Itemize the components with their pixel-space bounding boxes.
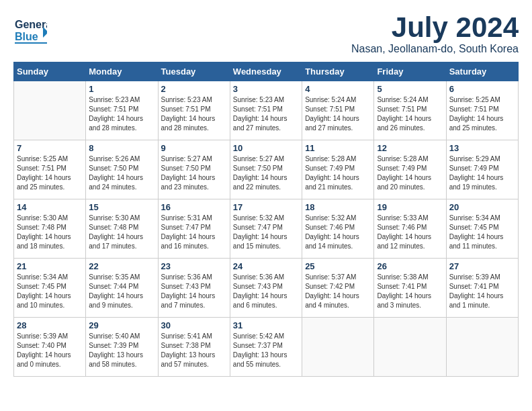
day-number: 30 xyxy=(161,320,227,330)
calendar-cell: 14Sunrise: 5:30 AMSunset: 7:48 PMDayligh… xyxy=(14,199,86,259)
day-info: Sunrise: 5:23 AMSunset: 7:51 PMDaylight:… xyxy=(233,95,299,133)
calendar-cell xyxy=(14,81,86,140)
day-info: Sunrise: 5:40 AMSunset: 7:39 PMDaylight:… xyxy=(89,332,154,369)
day-info: Sunrise: 5:25 AMSunset: 7:51 PMDaylight:… xyxy=(449,95,515,133)
calendar-cell: 26Sunrise: 5:38 AMSunset: 7:41 PMDayligh… xyxy=(374,259,446,318)
calendar-week-row: 28Sunrise: 5:39 AMSunset: 7:40 PMDayligh… xyxy=(14,318,519,377)
day-number: 21 xyxy=(17,261,83,271)
day-info: Sunrise: 5:29 AMSunset: 7:49 PMDaylight:… xyxy=(449,154,515,192)
calendar-day-header: Tuesday xyxy=(158,62,230,81)
day-info: Sunrise: 5:32 AMSunset: 7:46 PMDaylight:… xyxy=(305,214,371,251)
calendar-cell: 11Sunrise: 5:28 AMSunset: 7:49 PMDayligh… xyxy=(302,140,374,199)
calendar-cell: 21Sunrise: 5:34 AMSunset: 7:45 PMDayligh… xyxy=(14,259,86,318)
day-info: Sunrise: 5:25 AMSunset: 7:51 PMDaylight:… xyxy=(17,154,83,192)
day-info: Sunrise: 5:39 AMSunset: 7:40 PMDaylight:… xyxy=(17,332,83,369)
day-number: 3 xyxy=(233,84,299,94)
calendar-header-row: SundayMondayTuesdayWednesdayThursdayFrid… xyxy=(14,62,519,81)
calendar-day-header: Thursday xyxy=(302,62,374,81)
calendar-table: SundayMondayTuesdayWednesdayThursdayFrid… xyxy=(13,62,519,377)
day-info: Sunrise: 5:37 AMSunset: 7:42 PMDaylight:… xyxy=(305,273,371,310)
calendar-cell: 8Sunrise: 5:26 AMSunset: 7:50 PMDaylight… xyxy=(86,140,158,199)
calendar-cell: 24Sunrise: 5:36 AMSunset: 7:43 PMDayligh… xyxy=(230,259,302,318)
day-number: 11 xyxy=(305,143,371,153)
day-number: 27 xyxy=(449,261,515,271)
day-number: 13 xyxy=(449,143,515,153)
day-info: Sunrise: 5:38 AMSunset: 7:41 PMDaylight:… xyxy=(377,273,443,310)
day-info: Sunrise: 5:28 AMSunset: 7:49 PMDaylight:… xyxy=(377,154,443,192)
day-info: Sunrise: 5:36 AMSunset: 7:43 PMDaylight:… xyxy=(233,273,299,310)
calendar-cell xyxy=(446,318,518,377)
day-info: Sunrise: 5:24 AMSunset: 7:51 PMDaylight:… xyxy=(305,95,371,133)
calendar-cell: 4Sunrise: 5:24 AMSunset: 7:51 PMDaylight… xyxy=(302,81,374,140)
day-number: 31 xyxy=(233,320,299,330)
calendar-day-header: Sunday xyxy=(14,62,86,81)
calendar-cell: 2Sunrise: 5:23 AMSunset: 7:51 PMDaylight… xyxy=(158,81,230,140)
day-info: Sunrise: 5:31 AMSunset: 7:47 PMDaylight:… xyxy=(161,214,227,251)
calendar-day-header: Saturday xyxy=(446,62,518,81)
calendar-cell: 19Sunrise: 5:33 AMSunset: 7:46 PMDayligh… xyxy=(374,199,446,259)
calendar-cell: 13Sunrise: 5:29 AMSunset: 7:49 PMDayligh… xyxy=(446,140,518,199)
day-info: Sunrise: 5:26 AMSunset: 7:50 PMDaylight:… xyxy=(89,154,154,192)
day-info: Sunrise: 5:27 AMSunset: 7:50 PMDaylight:… xyxy=(233,154,299,192)
calendar-day-header: Friday xyxy=(374,62,446,81)
day-number: 29 xyxy=(89,320,154,330)
day-info: Sunrise: 5:41 AMSunset: 7:38 PMDaylight:… xyxy=(161,332,227,369)
calendar-cell: 12Sunrise: 5:28 AMSunset: 7:49 PMDayligh… xyxy=(374,140,446,199)
day-number: 7 xyxy=(17,143,83,153)
title-section: July 2024 Nasan, Jeollanam-do, South Kor… xyxy=(351,13,519,55)
calendar-cell: 1Sunrise: 5:23 AMSunset: 7:51 PMDaylight… xyxy=(86,81,158,140)
day-info: Sunrise: 5:30 AMSunset: 7:48 PMDaylight:… xyxy=(89,214,154,251)
calendar-cell: 6Sunrise: 5:25 AMSunset: 7:51 PMDaylight… xyxy=(446,81,518,140)
page-header: General Blue July 2024 Nasan, Jeollanam-… xyxy=(13,13,519,55)
month-title: July 2024 xyxy=(351,13,519,42)
day-number: 17 xyxy=(233,202,299,212)
calendar-day-header: Wednesday xyxy=(230,62,302,81)
day-number: 28 xyxy=(17,320,83,330)
calendar-cell: 7Sunrise: 5:25 AMSunset: 7:51 PMDaylight… xyxy=(14,140,86,199)
day-info: Sunrise: 5:30 AMSunset: 7:48 PMDaylight:… xyxy=(17,214,83,251)
calendar-cell: 31Sunrise: 5:42 AMSunset: 7:37 PMDayligh… xyxy=(230,318,302,377)
calendar-cell: 30Sunrise: 5:41 AMSunset: 7:38 PMDayligh… xyxy=(158,318,230,377)
day-info: Sunrise: 5:23 AMSunset: 7:51 PMDaylight:… xyxy=(161,95,227,133)
svg-text:General: General xyxy=(15,19,47,30)
calendar-cell xyxy=(302,318,374,377)
day-info: Sunrise: 5:34 AMSunset: 7:45 PMDaylight:… xyxy=(17,273,83,310)
day-number: 9 xyxy=(161,143,227,153)
calendar-cell: 28Sunrise: 5:39 AMSunset: 7:40 PMDayligh… xyxy=(14,318,86,377)
day-number: 20 xyxy=(449,202,515,212)
calendar-cell: 22Sunrise: 5:35 AMSunset: 7:44 PMDayligh… xyxy=(86,259,158,318)
day-number: 14 xyxy=(17,202,83,212)
day-number: 6 xyxy=(449,84,515,94)
day-number: 18 xyxy=(305,202,371,212)
day-number: 2 xyxy=(161,84,227,94)
logo-icon: General Blue xyxy=(13,13,47,47)
day-info: Sunrise: 5:32 AMSunset: 7:47 PMDaylight:… xyxy=(233,214,299,251)
day-info: Sunrise: 5:27 AMSunset: 7:50 PMDaylight:… xyxy=(161,154,227,192)
calendar-week-row: 14Sunrise: 5:30 AMSunset: 7:48 PMDayligh… xyxy=(14,199,519,259)
day-number: 16 xyxy=(161,202,227,212)
day-number: 8 xyxy=(89,143,154,153)
day-number: 26 xyxy=(377,261,443,271)
day-number: 19 xyxy=(377,202,443,212)
day-number: 4 xyxy=(305,84,371,94)
calendar-cell: 9Sunrise: 5:27 AMSunset: 7:50 PMDaylight… xyxy=(158,140,230,199)
day-info: Sunrise: 5:23 AMSunset: 7:51 PMDaylight:… xyxy=(89,95,154,133)
day-info: Sunrise: 5:35 AMSunset: 7:44 PMDaylight:… xyxy=(89,273,154,310)
calendar-week-row: 21Sunrise: 5:34 AMSunset: 7:45 PMDayligh… xyxy=(14,259,519,318)
calendar-week-row: 1Sunrise: 5:23 AMSunset: 7:51 PMDaylight… xyxy=(14,81,519,140)
day-number: 5 xyxy=(377,84,443,94)
day-number: 12 xyxy=(377,143,443,153)
calendar-day-header: Monday xyxy=(86,62,158,81)
day-info: Sunrise: 5:34 AMSunset: 7:45 PMDaylight:… xyxy=(449,214,515,251)
calendar-cell: 18Sunrise: 5:32 AMSunset: 7:46 PMDayligh… xyxy=(302,199,374,259)
svg-text:Blue: Blue xyxy=(15,31,38,42)
day-number: 22 xyxy=(89,261,154,271)
day-info: Sunrise: 5:28 AMSunset: 7:49 PMDaylight:… xyxy=(305,154,371,192)
calendar-cell xyxy=(374,318,446,377)
day-number: 1 xyxy=(89,84,154,94)
calendar-cell: 16Sunrise: 5:31 AMSunset: 7:47 PMDayligh… xyxy=(158,199,230,259)
calendar-cell: 17Sunrise: 5:32 AMSunset: 7:47 PMDayligh… xyxy=(230,199,302,259)
day-info: Sunrise: 5:42 AMSunset: 7:37 PMDaylight:… xyxy=(233,332,299,369)
calendar-cell: 29Sunrise: 5:40 AMSunset: 7:39 PMDayligh… xyxy=(86,318,158,377)
day-info: Sunrise: 5:36 AMSunset: 7:43 PMDaylight:… xyxy=(161,273,227,310)
